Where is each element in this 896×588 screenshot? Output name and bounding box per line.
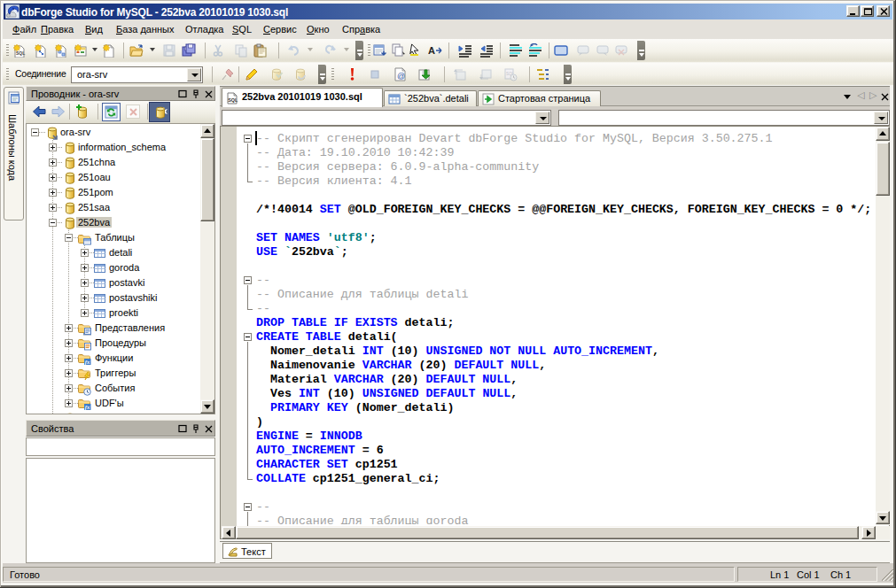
svg-text:fx: fx <box>85 359 90 365</box>
svg-text:SQL: SQL <box>16 50 25 56</box>
svg-text:SQL: SQL <box>228 97 238 103</box>
svg-text:@: @ <box>397 72 405 81</box>
svg-text:A: A <box>428 45 435 56</box>
svg-text:fx: fx <box>85 404 90 410</box>
